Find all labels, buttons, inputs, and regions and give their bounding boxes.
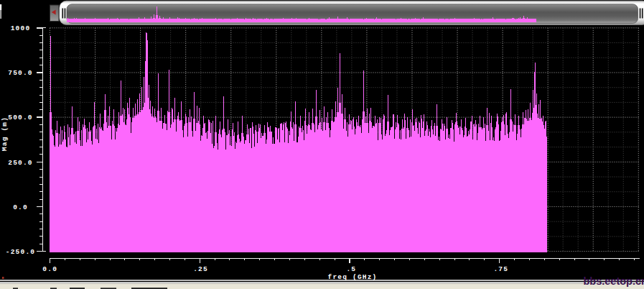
svg-text:250.0: 250.0 [8,159,33,167]
svg-text:0.0: 0.0 [42,265,57,273]
svg-text:500.0: 500.0 [8,114,33,121]
svg-text:750.0: 750.0 [8,69,33,77]
svg-text:.25: .25 [193,265,208,273]
svg-text:-250.0: -250.0 [6,248,35,256]
svg-text:bbs.eetop.cn: bbs.eetop.cn [584,275,644,287]
svg-text:Mag (m): Mag (m) [1,116,9,151]
svg-text:0.0: 0.0 [13,203,28,211]
svg-text:1000: 1000 [11,24,31,32]
svg-text:.75: .75 [493,265,508,273]
svg-text:.5: .5 [346,265,356,273]
